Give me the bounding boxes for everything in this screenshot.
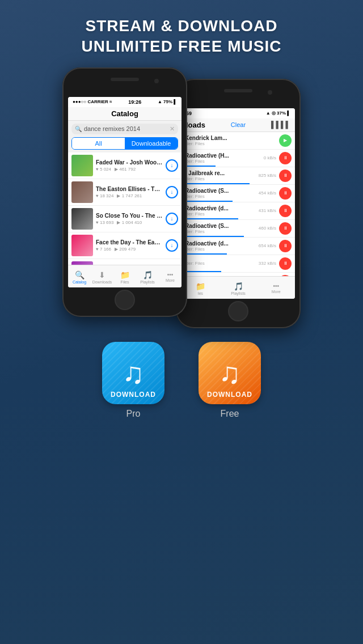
song-item-4[interactable]: Face the Day - The Ease Down ♥ 7 166 ▶ 2… — [68, 232, 182, 259]
carrier-text: ●●●○○ CARRIER ≈ — [73, 99, 112, 104]
dl-item-1[interactable]: Kendrick Lam... lder: Files ▶ — [182, 132, 295, 150]
song-thumb-2 — [71, 181, 93, 203]
dl-speed-2: 0 kB/s — [264, 155, 276, 160]
song-title-3: So Close To You - The Pony Pi... — [96, 213, 163, 219]
app-icons-section: ♫ DOWNLOAD Pro ♫ DOWNLOAD Free — [0, 342, 363, 419]
song-info-4: Face the Day - The Ease Down ♥ 7 166 ▶ 2… — [96, 239, 163, 252]
pause-icon-4: ⏸ — [283, 190, 288, 196]
app-icon-pro[interactable]: ♫ DOWNLOAD — [102, 342, 164, 404]
song-title-1: Faded War - Josh Woodward — [96, 159, 163, 166]
tab-downloads-label: Downloads — [92, 280, 112, 284]
dl-title-5: Radioactive (d... — [185, 205, 256, 211]
dl-sub-6: lder: Files — [185, 229, 256, 234]
song-plays-2: ▶ 1 747 261 — [117, 193, 142, 198]
files-tab-icon: 📁 — [120, 270, 130, 279]
dl-progress-8 — [182, 271, 221, 272]
song-item-1[interactable]: Faded War - Josh Woodward ♥ 5 024 ▶ 461 … — [68, 152, 182, 179]
song-thumb-3 — [71, 208, 93, 230]
song-title-2: The Easton Ellises - The Easto... — [96, 186, 163, 192]
pause-icon-5: ⏸ — [283, 208, 288, 213]
dl-item-6[interactable]: Radioactive (S... lder: Files 460 kB/s ⏸ — [182, 220, 295, 238]
app-label-pro: DOWNLOAD — [111, 391, 156, 399]
search-icon: 🔍 — [75, 126, 82, 132]
download-btn-1[interactable]: ↓ — [166, 159, 178, 172]
dl-pause-btn-6[interactable]: ⏸ — [279, 222, 292, 235]
downloads-nav-title: loads — [186, 121, 205, 129]
more-tab-icon: ••• — [167, 272, 174, 278]
right-tab-files[interactable]: 📁 les — [182, 280, 220, 295]
dl-title-1: Kendrick Lam... — [185, 135, 273, 141]
dl-progress-6 — [182, 236, 244, 237]
dl-progress-4 — [182, 201, 233, 202]
dl-title-6: Radioactive (S... — [185, 223, 256, 229]
song-item-3[interactable]: So Close To You - The Pony Pi... ♥ 13 69… — [68, 206, 182, 232]
song-plays-1: ▶ 461 792 — [115, 167, 136, 172]
song-item-2[interactable]: The Easton Ellises - The Easto... ♥ 18 3… — [68, 179, 182, 206]
download-list: Kendrick Lam... lder: Files ▶ Radioactiv… — [182, 132, 295, 290]
dl-item-2[interactable]: Radioactive (H... lder: Files 0 kB/s ⏸ — [182, 150, 295, 167]
header-title: STREAM & DOWNLOAD UNLIMITED FREE MUSIC — [0, 16, 363, 57]
right-tab-more-label: More — [272, 290, 281, 294]
app-icon-free-wrapper: ♫ DOWNLOAD Free — [199, 342, 261, 419]
app-version-pro: Pro — [126, 409, 141, 419]
app-icon-pro-wrapper: ♫ DOWNLOAD Pro — [102, 342, 164, 419]
tab-downloads[interactable]: ⬇ Downloads — [91, 269, 113, 284]
tab-more[interactable]: ••• More — [159, 270, 182, 282]
song-info-2: The Easton Ellises - The Easto... ♥ 18 3… — [96, 186, 163, 198]
downloads-tab-icon: ⬇ — [99, 270, 105, 279]
clear-search-icon[interactable]: ✕ — [170, 125, 175, 133]
dl-title-3: t Jailbreak re... — [185, 170, 256, 176]
download-btn-3[interactable]: ↓ — [166, 213, 178, 225]
tab-files[interactable]: 📁 Files — [113, 269, 136, 284]
catalog-nav-bar: Catalog — [68, 107, 182, 121]
right-tab-playlists[interactable]: 🎵 Playlists — [220, 280, 258, 295]
dl-item-7[interactable]: Radioactive (d... lder: Files 654 kB/s ⏸ — [182, 238, 295, 255]
dl-progress-7 — [182, 253, 227, 255]
left-phone-screen: ●●●○○ CARRIER ≈ 19:26 ▲ 75% ▌ Catalog 🔍 … — [68, 97, 182, 287]
downloads-nav: loads Clear ▌▌▌▌ — [182, 118, 295, 132]
search-text: dance remixes 2014 — [84, 125, 167, 132]
right-phone-screen: 59 ▲ ◎ 37% ▌ loads Clear ▌▌▌▌ Kendrick L… — [182, 108, 295, 299]
pause-icon-8: ⏸ — [283, 261, 288, 266]
filter-all-btn[interactable]: All — [72, 138, 125, 149]
play-icon-1: ▶ — [284, 138, 287, 143]
app-icon-free[interactable]: ♫ DOWNLOAD — [199, 342, 261, 404]
catalog-tab-icon: 🔍 — [75, 270, 85, 279]
song-plays-3: ▶ 1 004 410 — [117, 220, 142, 225]
right-battery: ▲ ◎ 37% ▌ — [266, 111, 290, 116]
right-tab-more[interactable]: ••• More — [257, 281, 295, 294]
download-btn-4[interactable]: ↓ — [166, 239, 178, 252]
tab-more-label: More — [166, 278, 175, 282]
dl-pause-btn-3[interactable]: ⏸ — [279, 170, 292, 182]
left-phone: ●●●○○ CARRIER ≈ 19:26 ▲ 75% ▌ Catalog 🔍 … — [62, 67, 187, 317]
left-tab-bar: 🔍 Catalog ⬇ Downloads 📁 Files 🎵 Playlist… — [68, 265, 182, 287]
dl-title-4: Radioactive (S... — [185, 188, 256, 194]
dl-item-4[interactable]: Radioactive (S... lder: Files 454 kB/s ⏸ — [182, 185, 295, 202]
song-info-3: So Close To You - The Pony Pi... ♥ 13 69… — [96, 213, 163, 225]
dl-item-5[interactable]: Radioactive (d... lder: Files 431 kB/s ⏸ — [182, 202, 295, 220]
dl-pause-btn-7[interactable]: ⏸ — [279, 240, 292, 252]
dl-pause-btn-8[interactable]: ⏸ — [279, 257, 292, 270]
dl-pause-btn-5[interactable]: ⏸ — [279, 205, 292, 217]
battery-text: ▲ 75% ▌ — [158, 99, 177, 104]
tab-playlists[interactable]: 🎵 Playlists — [136, 269, 159, 284]
tab-playlists-label: Playlists — [140, 280, 155, 284]
dl-item-3[interactable]: t Jailbreak re... lder: Files 825 kB/s ⏸ — [182, 167, 295, 185]
dl-pause-btn-4[interactable]: ⏸ — [279, 187, 292, 200]
filter-downloadable-btn[interactable]: Downloadable — [125, 138, 178, 149]
dl-speed-5: 431 kB/s — [259, 208, 276, 213]
right-tab-bar: 📁 les 🎵 Playlists ••• More — [182, 276, 295, 299]
dl-play-btn-1[interactable]: ▶ — [279, 134, 292, 147]
dl-item-8[interactable]: lder: Files 332 kB/s ⏸ — [182, 255, 295, 273]
right-phone: 59 ▲ ◎ 37% ▌ loads Clear ▌▌▌▌ Kendrick L… — [176, 79, 301, 328]
download-btn-2[interactable]: ↓ — [166, 186, 178, 198]
downloads-clear-btn[interactable]: Clear — [231, 121, 246, 128]
dl-pause-btn-2[interactable]: ⏸ — [279, 152, 292, 164]
right-tab-files-label: les — [198, 291, 203, 295]
pause-icon-6: ⏸ — [283, 226, 288, 231]
catalog-search[interactable]: 🔍 dance remixes 2014 ✕ — [71, 124, 178, 134]
tab-catalog[interactable]: 🔍 Catalog — [68, 269, 91, 284]
right-files-icon: 📁 — [196, 282, 205, 291]
right-playlists-icon: 🎵 — [234, 282, 243, 291]
song-info-1: Faded War - Josh Woodward ♥ 5 024 ▶ 461 … — [96, 159, 163, 172]
